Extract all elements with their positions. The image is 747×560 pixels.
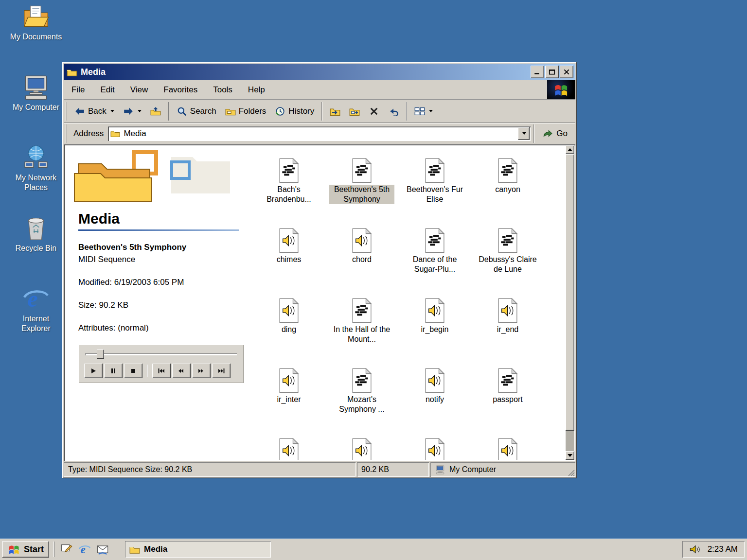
delete-button[interactable] [364,102,384,121]
desktop-icon-my-network-places[interactable]: My Network Places [4,144,68,214]
skip-end-button[interactable] [212,364,231,378]
menubar: FileEditViewFavoritesToolsHelp [64,80,575,100]
midi-file-icon [351,298,373,323]
address-folder-icon [110,129,120,138]
vertical-scrollbar[interactable] [566,145,574,460]
desktop-icon-my-documents[interactable]: My Documents [4,3,68,73]
address-dropdown-button[interactable] [518,127,530,140]
file-item[interactable]: notify [398,368,471,438]
desktop-icon-recycle-bin[interactable]: Recycle Bin [4,214,68,285]
up-button[interactable] [146,102,165,121]
folder-banner-graphic [71,150,241,208]
search-button[interactable]: Search [172,102,221,121]
copy-to-button[interactable] [345,102,364,121]
desktop-icon-my-computer[interactable]: My Computer [4,73,68,144]
minimize-button[interactable] [531,66,544,78]
wave-file-icon [351,438,373,460]
file-item[interactable] [471,438,544,460]
task-button-media[interactable]: Media [125,541,271,558]
scroll-down-button[interactable] [566,451,574,460]
taskbar-grip[interactable] [115,542,116,557]
slider-track[interactable] [85,353,237,355]
resize-grip[interactable] [568,470,575,476]
close-button[interactable] [560,66,573,78]
wave-file-icon [278,368,300,393]
my-network-places-icon [22,144,50,171]
wave-file-icon [497,298,518,323]
menu-file[interactable]: File [64,80,92,99]
fast-forward-button[interactable] [192,364,211,378]
file-item[interactable]: Debussy's Claire de Lune [471,228,544,298]
file-item[interactable]: In the Hall of the Mount... [325,298,398,368]
scroll-up-button[interactable] [566,145,574,154]
file-item[interactable]: Beethoven's 5th Symphony [325,158,398,228]
desktop-icon-list: My DocumentsMy ComputerMy Network Places… [4,3,68,355]
file-item[interactable]: Beethoven's Fur Elise [398,158,471,228]
file-item[interactable]: ir_end [471,298,544,368]
start-button[interactable]: Start [2,541,49,558]
toolbar-grip[interactable] [66,102,67,121]
stop-button[interactable] [124,364,142,378]
file-item[interactable]: ir_begin [398,298,471,368]
windows-logo [547,80,575,99]
addressbar-grip[interactable] [66,124,67,143]
file-label: ir_end [496,325,520,334]
address-combobox[interactable]: Media [108,126,531,141]
file-item[interactable]: ding [252,298,325,368]
player-seek-slider[interactable] [84,350,238,359]
menu-view[interactable]: View [123,80,156,99]
status-type-size: Type: MIDI Sequence Size: 90.2 KB [64,462,356,477]
chevron-down-icon[interactable] [138,110,142,112]
file-item[interactable]: chord [325,228,398,298]
file-item[interactable] [252,438,325,460]
menu-help[interactable]: Help [240,80,273,99]
desktop-icon-label: Internet Explorer [9,314,63,333]
fast-forward-icon [197,368,205,374]
play-button[interactable] [84,364,103,378]
file-item[interactable]: Bach's Brandenbu... [252,158,325,228]
file-item[interactable]: ir_inter [252,368,325,438]
wave-file-icon [424,368,445,393]
scroll-thumb[interactable] [566,154,574,431]
file-item[interactable]: chimes [252,228,325,298]
midi-file-icon [497,158,518,183]
toolbar-separator [534,124,534,143]
go-button[interactable]: Go [537,124,572,143]
show-desktop-button[interactable] [58,542,75,557]
file-item[interactable]: Mozart's Symphony ... [325,368,398,438]
toolbar-button-label: Back [88,106,107,116]
maximize-icon [549,69,555,75]
file-item[interactable]: passport [471,368,544,438]
file-label: Dance of the Sugar-Plu... [402,255,467,274]
file-item[interactable] [398,438,471,460]
slider-thumb[interactable] [97,350,104,359]
volume-icon[interactable] [689,544,701,555]
menu-favorites[interactable]: Favorites [156,80,205,99]
back-button[interactable]: Back [70,102,119,121]
titlebar[interactable]: Media [64,64,575,80]
undo-button[interactable] [384,102,403,121]
move-to-button[interactable] [325,102,345,121]
window-folder-icon [67,68,77,77]
skip-start-button[interactable] [152,364,171,378]
search-icon [177,106,187,116]
taskbar-grip[interactable] [53,542,54,557]
views-button[interactable] [410,102,437,121]
pause-button[interactable] [104,364,123,378]
chevron-down-icon[interactable] [429,110,433,112]
chevron-down-icon[interactable] [110,110,114,112]
history-button[interactable]: History [270,102,319,121]
desktop-icon-internet-explorer[interactable]: eInternet Explorer [4,285,68,355]
wave-file-icon [278,228,300,253]
menu-tools[interactable]: Tools [205,80,240,99]
file-item[interactable]: Dance of the Sugar-Plu... [398,228,471,298]
folders-button[interactable]: Folders [221,102,271,121]
file-item[interactable]: canyon [471,158,544,228]
maximize-button[interactable] [545,66,559,78]
menu-edit[interactable]: Edit [92,80,122,99]
rewind-button[interactable] [172,364,191,378]
launch-outlook-express-button[interactable] [94,542,111,557]
forward-button[interactable] [119,102,146,121]
file-item[interactable] [325,438,398,460]
launch-internet-explorer-button[interactable]: e [76,542,93,557]
